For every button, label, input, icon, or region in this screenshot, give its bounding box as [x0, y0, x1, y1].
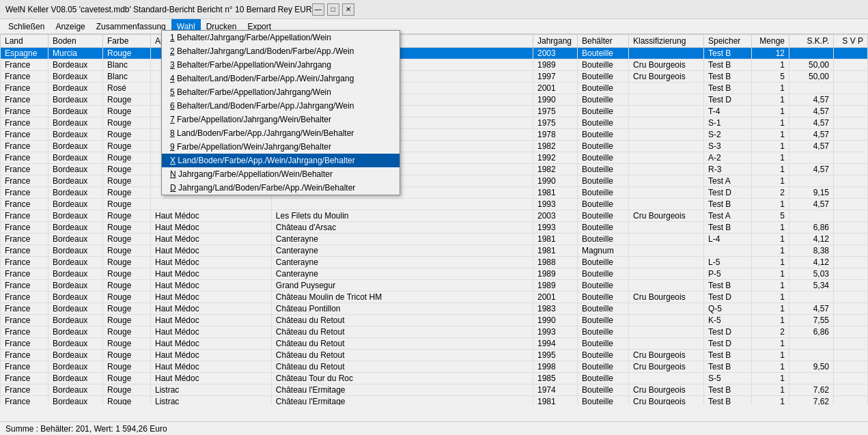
dropdown-item-5[interactable]: 5 Behalter/Farbe/Appellation/Jahrgang/We…: [162, 85, 400, 99]
cell-land: France: [1, 245, 48, 257]
cell-skp: [789, 350, 834, 361]
table-row[interactable]: FranceBordeauxRougeHaut MédocChâteau du …: [1, 350, 868, 361]
table-row[interactable]: FranceBordeauxRouge1981BouteilleTest D29…: [1, 187, 868, 199]
cell-behalter: Bouteille: [578, 268, 629, 280]
cell-land: France: [1, 338, 48, 350]
dropdown-item-1[interactable]: 1 Behalter/Jahrgang/Farbe/Appellation/We…: [162, 31, 400, 44]
table-row[interactable]: FranceBordeauxRougeHaut MédocCanterayne1…: [1, 257, 868, 268]
cell-jahrgang: 1990: [533, 176, 578, 187]
cell-skp: 4,12: [789, 257, 834, 268]
table-row[interactable]: FranceBordeauxRouge1992BouteilleA-21: [1, 152, 868, 164]
cell-behalter: Bouteille: [578, 361, 629, 373]
table-row[interactable]: FranceBordeauxRouge1990BouteilleTest A1: [1, 176, 868, 187]
cell-speicher: Test D: [704, 338, 752, 350]
cell-land: France: [1, 187, 48, 199]
cell-klassifizierung: Cru Bourgeois: [629, 210, 704, 222]
cell-klassifizierung: [629, 176, 704, 187]
dropdown-item-4[interactable]: 4 Behalter/Land/Boden/Farbe/App./Wein/Ja…: [162, 72, 400, 85]
table-row[interactable]: FranceBordeauxRougeHaut MédocChâteau Tou…: [1, 373, 868, 384]
cell-farbe: Rouge: [103, 199, 151, 210]
table-row[interactable]: FranceBordeauxRougeListracChâteau l'Ermi…: [1, 384, 868, 396]
table-row[interactable]: FranceBordeauxRougeHaut MédocChâteau du …: [1, 338, 868, 350]
cell-klassifizierung: [629, 94, 704, 106]
table-row[interactable]: FranceBordeauxRougeHaut MédocCanterayne1…: [1, 268, 868, 280]
cell-jahrgang: 1990: [533, 315, 578, 326]
table-row[interactable]: FranceBordeauxRougeHaut MédocChâteau du …: [1, 361, 868, 373]
table-row[interactable]: FranceBordeauxRouge1975BouteilleT-414,57: [1, 106, 868, 117]
table-row[interactable]: FranceBordeauxBlanc1997BouteilleCru Bour…: [1, 71, 868, 83]
cell-jahrgang: 1974: [533, 384, 578, 396]
cell-boden: Bordeaux: [48, 176, 103, 187]
cell-menge: 1: [752, 129, 789, 141]
dropdown-item-8[interactable]: 8 Land/Boden/Farbe/App./Jahrgang/Wein/Be…: [162, 126, 400, 140]
table-row[interactable]: FranceBordeauxRouge1975BouteilleS-114,57: [1, 117, 868, 129]
cell-wein: Canterayne: [271, 268, 533, 280]
cell-speicher: Test A: [704, 176, 752, 187]
cell-farbe: Rouge: [103, 176, 151, 187]
cell-jahrgang: 2003: [533, 48, 578, 59]
cell-farbe: Rouge: [103, 373, 151, 384]
cell-menge: 1: [752, 176, 789, 187]
dropdown-item-6[interactable]: 6 Behalter/Land/Boden/Farbe/App./Jahrgan…: [162, 99, 400, 113]
dropdown-item-3[interactable]: 3 Behalter/Farbe/Appellation/Wein/Jahrga…: [162, 58, 400, 72]
cell-boden: Bordeaux: [48, 361, 103, 373]
table-row[interactable]: FranceBordeauxRougeHaut MédocCanterayne1…: [1, 234, 868, 245]
table-row[interactable]: FranceBordeauxRougeHaut MédocChâteau Mou…: [1, 292, 868, 303]
table-row[interactable]: FranceBordeauxBlanc1989BouteilleCru Bour…: [1, 59, 868, 71]
table-row[interactable]: FranceBordeauxRouge1982BouteilleS-314,57: [1, 141, 868, 152]
close-button[interactable]: ✕: [342, 3, 354, 16]
table-row[interactable]: FranceBordeauxRougeHaut MédocCanterayne1…: [1, 245, 868, 257]
cell-menge: 1: [752, 152, 789, 164]
dropdown-item-10[interactable]: X Land/Boden/Farbe/App./Wein/Jahrgang/Be…: [162, 154, 400, 167]
cell-boden: Bordeaux: [48, 292, 103, 303]
table-row[interactable]: FranceBordeauxRougeHaut MédocChâteau du …: [1, 315, 868, 326]
cell-wein: Grand Puysegur: [271, 280, 533, 292]
cell-speicher: Test B: [704, 350, 752, 361]
cell-svp: [834, 303, 868, 315]
menu-item-zusammenfassung[interactable]: Zusammenfassung: [91, 19, 171, 34]
cell-farbe: Rouge: [103, 117, 151, 129]
table-row[interactable]: FranceBordeauxRouge1993BouteilleTest B14…: [1, 199, 868, 210]
cell-menge: 1: [752, 361, 789, 373]
cell-klassifizierung: [629, 373, 704, 384]
cell-land: France: [1, 268, 48, 280]
table-row[interactable]: FranceBordeauxRougeHaut MédocLes Filets …: [1, 210, 868, 222]
menu-item-anzeige[interactable]: Anzeige: [50, 19, 90, 34]
cell-klassifizierung: [629, 187, 704, 199]
cell-land: France: [1, 106, 48, 117]
cell-menge: 5: [752, 71, 789, 83]
menu-item-schliessen[interactable]: Schließen: [3, 19, 50, 34]
cell-svp: [834, 48, 868, 59]
cell-jahrgang: 1988: [533, 257, 578, 268]
cell-farbe: Rouge: [103, 234, 151, 245]
dropdown-item-12[interactable]: D Jahrgang/Land/Boden/Farbe/App./Wein/Be…: [162, 181, 400, 195]
table-row[interactable]: FranceBordeauxRougeHaut MédocChâteau Pon…: [1, 303, 868, 315]
dropdown-item-2[interactable]: 2 Behalter/Jahrgang/Land/Boden/Farbe/App…: [162, 44, 400, 58]
cell-klassifizierung: [629, 152, 704, 164]
title-bar-buttons[interactable]: — □ ✕: [312, 3, 354, 16]
cell-skp: 4,57: [789, 94, 834, 106]
maximize-button[interactable]: □: [327, 3, 339, 16]
minimize-button[interactable]: —: [312, 3, 324, 16]
menu-bar: Schließen Anzeige Zusammenfassung Wahl D…: [0, 19, 868, 34]
table-row[interactable]: FranceBordeauxRouge1978BouteilleS-214,57: [1, 129, 868, 141]
table-row[interactable]: FranceBordeauxRouge1982BouteilleR-314,57: [1, 164, 868, 176]
dropdown-item-11[interactable]: N Jahrgang/Farbe/Appellation/Wein/Behalt…: [162, 167, 400, 181]
table-row[interactable]: FranceBordeauxRouge1990BouteilleTest D14…: [1, 94, 868, 106]
cell-jahrgang: 1989: [533, 59, 578, 71]
cell-jahrgang: 1981: [533, 187, 578, 199]
title-bar: WelN Keller V08.05 'cavetest.mdb' Standa…: [0, 0, 868, 19]
table-row[interactable]: FranceBordeauxRougeListracChâteau l'Ermi…: [1, 396, 868, 406]
table-row[interactable]: FranceBordeauxRougeHaut MédocChâteau d'A…: [1, 222, 868, 234]
cell-behalter: Bouteille: [578, 384, 629, 396]
table-row[interactable]: FranceBordeauxRougeHaut MédocChâteau du …: [1, 326, 868, 338]
dropdown-item-7[interactable]: 7 Farbe/Appellation/Jahrgang/Wein/Behalt…: [162, 113, 400, 126]
cell-land: France: [1, 94, 48, 106]
table-row[interactable]: FranceBordeauxRougeHaut MédocGrand Puyse…: [1, 280, 868, 292]
table-row[interactable]: EspagneMurciaRouge2003BouteilleTest B12: [1, 48, 868, 59]
cell-farbe: Rouge: [103, 257, 151, 268]
cell-farbe: Rouge: [103, 48, 151, 59]
table-row[interactable]: FranceBordeauxRosé2001BouteilleTest B1: [1, 83, 868, 94]
dropdown-item-9[interactable]: 9 Farbe/Appellation/Wein/Jahrgang/Behalt…: [162, 140, 400, 154]
cell-speicher: Test B: [704, 83, 752, 94]
